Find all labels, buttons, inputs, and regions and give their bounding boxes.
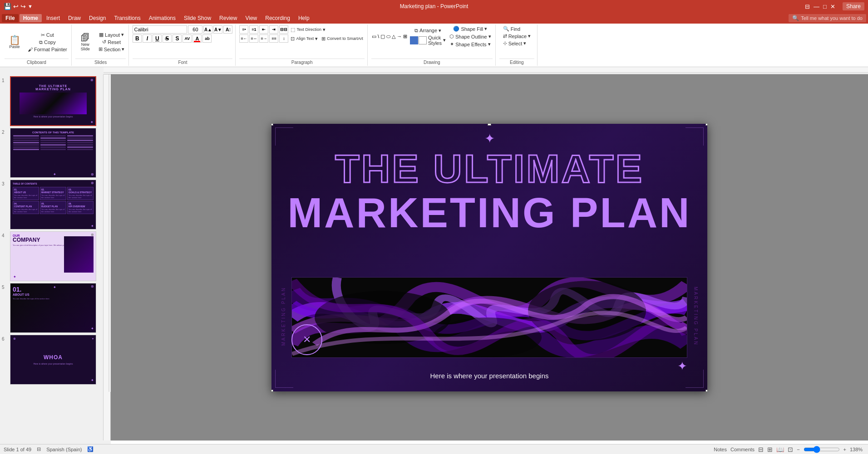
shape-line[interactable]: \	[377, 33, 380, 40]
font-size-increase[interactable]: A▲	[203, 25, 212, 34]
shape-rect[interactable]: ▭	[371, 33, 377, 40]
zoom-out-button[interactable]: −	[797, 447, 799, 452]
notes-button[interactable]: Notes	[714, 447, 727, 452]
slide-indicator-icon[interactable]: ⊟	[37, 446, 41, 452]
menu-view[interactable]: View	[242, 14, 261, 22]
quick-access-more[interactable]: ▼	[28, 4, 33, 9]
thumb1-delete-icon[interactable]: ⊗	[90, 78, 94, 82]
comments-button[interactable]: Comments	[730, 447, 755, 452]
slide-image-3[interactable]: TABLE OF CONTENTS 01.ABOUT USYou can des…	[10, 180, 96, 229]
menu-slideshow[interactable]: Slide Show	[180, 14, 215, 22]
slide-image-2[interactable]: CONTENTS OF THIS TEMPLATE	[10, 128, 96, 178]
thumb3-delete-icon[interactable]: ⊗	[91, 181, 94, 185]
close-button[interactable]: ✕	[830, 3, 835, 10]
sel-handle-tl[interactable]	[271, 124, 273, 126]
font-size-input[interactable]	[188, 25, 202, 34]
text-direction-button[interactable]: ⬚ Text Direction ▾	[289, 26, 327, 33]
share-button[interactable]: Share	[843, 2, 864, 10]
sel-handle-tr[interactable]	[705, 124, 707, 126]
slide-thumbnail-5[interactable]: 5 01. ABOUT US You can describe the topi…	[2, 283, 101, 333]
shape-rounded-rect[interactable]: ▢	[380, 33, 385, 40]
canvas-area[interactable]: ✦ THE ULTIMATE MARKETING PLAN Marketing …	[111, 74, 868, 440]
slide-canvas[interactable]: ✦ THE ULTIMATE MARKETING PLAN Marketing …	[271, 124, 707, 391]
search-box[interactable]: 🔍 Tell me what you want to do	[789, 14, 866, 22]
shape-triangle[interactable]: △	[391, 33, 396, 40]
quick-access-save[interactable]: 💾	[4, 3, 11, 10]
slide-image-1[interactable]: THE ULTIMATEMARKETING PLAN Here is where…	[10, 76, 96, 126]
slide-image-4[interactable]: OUR COMPANY You can give a brief descrip…	[10, 231, 96, 281]
copy-button[interactable]: ⧉ Copy	[26, 39, 69, 46]
new-slide-button[interactable]: 🗐 NewSlide	[75, 25, 95, 59]
thumb2-delete-icon[interactable]: ⊗	[91, 172, 94, 176]
clear-format[interactable]: A⃝	[223, 25, 232, 34]
align-text-button[interactable]: ⊡ Align Text ▾	[289, 35, 319, 42]
zoom-slider[interactable]	[804, 447, 840, 452]
section-button[interactable]: ⊞ Section ▾	[97, 46, 126, 53]
shape-fill-button[interactable]: 🔵 Shape Fill ▾	[448, 25, 493, 32]
arrange-button[interactable]: ⧉ Arrange ▾	[409, 27, 447, 34]
menu-transitions[interactable]: Transitions	[110, 14, 144, 22]
replace-button[interactable]: ⇄ Replace ▾	[502, 33, 532, 39]
slide-panel[interactable]: 1 THE ULTIMATEMARKETING PLAN Here is whe…	[0, 74, 104, 440]
bold-button[interactable]: B	[133, 34, 142, 43]
menu-recording[interactable]: Recording	[261, 14, 294, 22]
sel-handle-br-outer[interactable]	[705, 390, 707, 391]
numbering-button[interactable]: ≡1	[249, 25, 258, 34]
bullets-button[interactable]: ≡•	[239, 25, 248, 34]
shape-more[interactable]: ⊞	[403, 33, 408, 40]
layout-button[interactable]: ▦ Layout ▾	[97, 31, 126, 38]
menu-insert[interactable]: Insert	[43, 14, 64, 22]
font-name-input[interactable]	[133, 25, 187, 34]
menu-draw[interactable]: Draw	[64, 14, 84, 22]
maximize-button[interactable]: □	[823, 3, 827, 10]
reset-button[interactable]: ↺ Reset	[97, 39, 126, 45]
view-reading-icon[interactable]: 📖	[776, 446, 784, 453]
font-color-button[interactable]: A	[192, 34, 202, 43]
quick-style-1[interactable]	[410, 36, 418, 44]
ribbon-display-options[interactable]: ⊟	[805, 3, 810, 10]
find-button[interactable]: 🔍 Find	[502, 25, 522, 32]
sel-handle-bl-outer[interactable]	[271, 390, 273, 391]
char-spacing-button[interactable]: AV	[182, 34, 192, 43]
quick-access-undo[interactable]: ↩	[13, 3, 19, 10]
slide-thumbnail-2[interactable]: 2 CONTENTS OF THIS TEMPLATE	[2, 128, 101, 178]
justify[interactable]: ≡≡	[269, 34, 278, 43]
line-spacing[interactable]: ↕	[279, 34, 288, 43]
font-size-decrease[interactable]: A▼	[213, 25, 222, 34]
slide-thumbnail-1[interactable]: 1 THE ULTIMATEMARKETING PLAN Here is whe…	[2, 76, 101, 126]
menu-review[interactable]: Review	[216, 14, 241, 22]
underline-button[interactable]: U	[153, 34, 162, 43]
zoom-level[interactable]: 138%	[850, 447, 864, 452]
quick-style-2[interactable]	[419, 36, 427, 44]
decrease-indent[interactable]: ⇤	[259, 25, 268, 34]
thumb4-delete-icon[interactable]: ⊗	[91, 233, 94, 237]
quick-styles-button[interactable]: QuickStyles ▾	[409, 34, 447, 46]
menu-animations[interactable]: Animations	[145, 14, 179, 22]
shape-arrow[interactable]: →	[396, 33, 402, 40]
shadow-button[interactable]: S	[173, 34, 182, 43]
view-slide-sorter-icon[interactable]: ⊞	[767, 446, 773, 453]
text-highlight-button[interactable]: ab	[202, 34, 212, 43]
shape-outline-button[interactable]: ⬡ Shape Outline ▾	[448, 33, 493, 40]
col-button[interactable]: ⊟⊟	[279, 25, 288, 34]
align-center[interactable]: ≡↔	[249, 34, 258, 43]
accessibility-icon[interactable]: ♿	[87, 446, 94, 452]
minimize-button[interactable]: —	[814, 3, 819, 10]
view-normal-icon[interactable]: ⊟	[758, 446, 764, 453]
shape-oval[interactable]: ⬭	[386, 33, 391, 40]
slide-thumbnail-6[interactable]: 6 ⊗ ✦ WHOA Here is where your presentati…	[2, 335, 101, 385]
sel-handle-top[interactable]	[488, 124, 491, 126]
menu-file[interactable]: File	[2, 14, 19, 22]
align-right[interactable]: ≡→	[259, 34, 268, 43]
paste-button[interactable]: 📋 Paste	[5, 25, 25, 59]
menu-design[interactable]: Design	[85, 14, 109, 22]
menu-help[interactable]: Help	[295, 14, 313, 22]
shape-effects-button[interactable]: ✦ Shape Effects ▾	[448, 41, 493, 48]
italic-button[interactable]: I	[143, 34, 152, 43]
increase-indent[interactable]: ⇥	[269, 25, 278, 34]
strikethrough-button[interactable]: S̶	[163, 34, 172, 43]
select-button[interactable]: ⊹ Select ▾	[502, 40, 528, 47]
menu-home[interactable]: Home	[20, 14, 42, 22]
cut-button[interactable]: ✂ Cut	[26, 32, 69, 39]
slide-image-6[interactable]: ⊗ ✦ WHOA Here is where your presentation…	[10, 335, 96, 385]
